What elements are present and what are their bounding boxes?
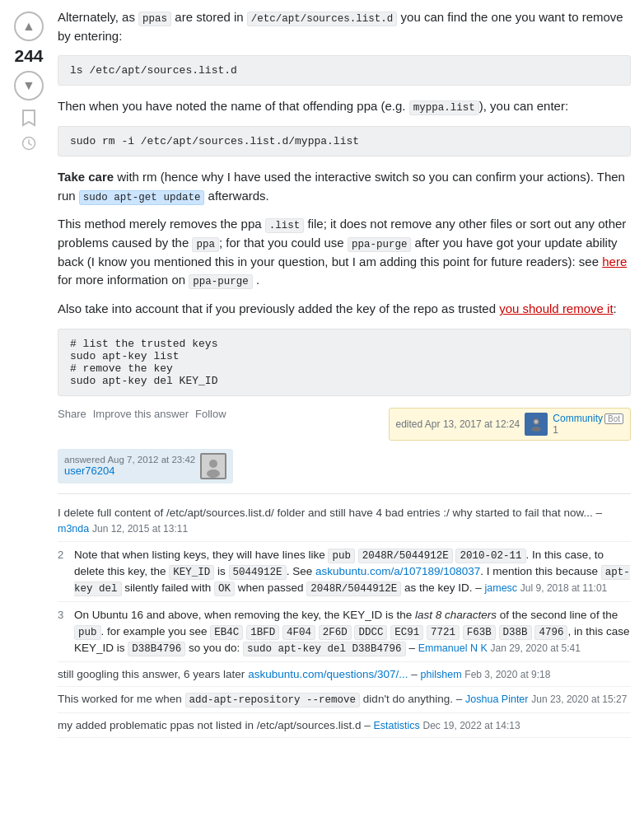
c1-val: 5044912E (229, 565, 287, 580)
comment3-end: – (411, 668, 418, 680)
comment2-user[interactable]: Emmanuel N K (418, 642, 488, 654)
comment4-date: Jun 23, 2020 at 15:27 (531, 694, 627, 705)
comment2-date: Jan 29, 2020 at 5:41 (490, 642, 580, 654)
c1-before: Note that when listing keys, they will h… (74, 549, 328, 561)
para2: Then when you have noted the name of tha… (58, 97, 631, 116)
c1-date: 2010-02-11 (455, 549, 525, 563)
para4-text1: This method merely removes the ppa (58, 217, 265, 231)
edited-label: edited Apr 13, 2017 at 12:24 (396, 418, 520, 430)
c2-mid2: . for example you see (101, 625, 211, 638)
c2-k9: D38B (499, 625, 532, 640)
community-name-text: CommunityBot (553, 413, 623, 424)
footer-links: Share Improve this answer Follow (58, 408, 226, 420)
comment1-text: Note that when listing keys, they will h… (74, 547, 631, 596)
svg-point-2 (531, 427, 541, 432)
answered-info: answered Aug 7, 2012 at 23:42 user76204 (64, 455, 195, 477)
c2-k1: EB4C (210, 625, 243, 640)
para2-text1: Then when you have noted the name of tha… (58, 99, 409, 113)
here-link[interactable]: here (602, 255, 627, 269)
para4-text6: . (253, 273, 259, 287)
user-avatar (200, 453, 226, 479)
comment5-user[interactable]: Estatistics (373, 720, 419, 731)
user-name-link[interactable]: user76204 (64, 465, 195, 477)
comment0-text: I delete full content of /etc/apt/source… (58, 507, 602, 519)
comment5-date: Dec 19, 2022 at 14:13 (423, 720, 520, 731)
comment1-user[interactable]: jamesc (485, 582, 518, 594)
c1-passed: 2048R/5044912E (306, 581, 401, 596)
para4-text3: ; for that you could use (219, 236, 348, 250)
history-icon[interactable] (21, 136, 36, 154)
c2-k5: DDCC (354, 625, 387, 640)
upvote-icon: ▲ (22, 19, 35, 34)
para1: Alternately, as ppas are stored in /etc/… (58, 8, 631, 45)
comment0-date: Jun 12, 2015 at 13:11 (92, 523, 188, 535)
comment4-code: add-apt-repository --remove (185, 693, 361, 708)
improve-link[interactable]: Improve this answer (93, 408, 189, 420)
answer-footer: Share Improve this answer Follow edited … (58, 408, 631, 483)
myppa-code: myppa.list (409, 100, 479, 115)
share-link[interactable]: Share (58, 408, 86, 420)
vote-count: 244 (14, 46, 43, 66)
comment4-user[interactable]: Joshua Pinter (465, 694, 528, 705)
answer-body: Alternately, as ppas are stored in /etc/… (58, 8, 644, 738)
upvote-button[interactable]: ▲ (14, 12, 44, 41)
c2-k7: 7721 (427, 625, 460, 640)
remove-key-link[interactable]: you should remove it (499, 301, 613, 315)
comment-3: still googling this answer, 6 years late… (58, 662, 631, 688)
comment-4: This worked for me when add-apt-reposito… (58, 687, 631, 712)
para1-text2: are stored in (171, 10, 247, 24)
vote-column: ▲ 244 ▼ (0, 8, 58, 738)
c1-mid4: . I mention this because (480, 565, 600, 577)
c2-cmd: sudo apt-key del D38B4796 (243, 642, 406, 656)
comment-2: 3 On Ubuntu 16 and above, when removing … (58, 602, 631, 662)
comment4-mid: didn't do anything. – (360, 693, 462, 705)
c1-mid2: is (214, 565, 228, 577)
c1-mid3: . See (287, 565, 315, 577)
comment3-date: Feb 3, 2020 at 9:18 (464, 669, 550, 680)
comment-1: 2 Note that when listing keys, they will… (58, 542, 631, 602)
comment3-link[interactable]: askubuntu.com/questions/307/... (248, 668, 408, 680)
comment0-user[interactable]: m3nda (58, 523, 89, 535)
bot-badge: Bot (604, 413, 623, 424)
comment1-date: Jul 9, 2018 at 11:01 (520, 582, 607, 594)
c2-k10: 4796 (534, 625, 567, 640)
downvote-button[interactable]: ▼ (14, 71, 44, 100)
para5-text1: Also take into account that if you previ… (58, 301, 499, 315)
comment3-user[interactable]: philshem (421, 669, 462, 680)
user-info: user76204 (64, 465, 195, 477)
code-block-1: ls /etc/apt/sources.list.d (58, 55, 631, 86)
para5-text2: : (614, 301, 617, 315)
list-code: .list (265, 218, 305, 233)
c2-end: – (406, 642, 415, 654)
c1-mid5: silently failed with (122, 581, 215, 594)
ppas-code: ppas (138, 12, 171, 26)
c1-ok: OK (214, 581, 235, 596)
c2-k8: F63B (463, 625, 496, 640)
c1-key: 2048R/5044912E (358, 549, 453, 563)
follow-link[interactable]: Follow (195, 408, 226, 420)
c2-mid: of the second line of the (497, 609, 618, 621)
c1-link[interactable]: askubuntu.com/a/107189/108037 (315, 565, 480, 577)
c1-pub: pub (328, 549, 355, 563)
bookmark-icon[interactable] (21, 109, 36, 131)
c2-k3: 4F04 (282, 625, 315, 640)
c2-k6: EC91 (390, 625, 423, 640)
c2-pub: pub (74, 625, 101, 640)
community-avatar (525, 413, 548, 436)
c1-mid6: when passed (235, 581, 306, 594)
c1-keyid: KEY_ID (169, 565, 214, 580)
para3: Take care with rm (hence why I have used… (58, 168, 631, 205)
code-block-3: # list the trusted keys sudo apt-key lis… (58, 329, 631, 396)
ppa-code: ppa (192, 237, 219, 252)
para4: This method merely removes the ppa .list… (58, 215, 631, 290)
c2-k4: 2F6D (319, 625, 352, 640)
community-info: CommunityBot 1 (553, 413, 623, 436)
ppa-purge-code: ppa-purge (348, 237, 412, 252)
comment2-number: 3 (58, 608, 69, 656)
answered-box: answered Aug 7, 2012 at 23:42 user76204 (58, 449, 233, 483)
edited-box: edited Apr 13, 2017 at 12:24 CommunityBo… (389, 408, 632, 441)
downvote-icon: ▼ (22, 78, 35, 93)
community-link[interactable]: Community (553, 413, 603, 424)
code-block-2: sudo rm -i /etc/apt/sources.list.d/myppa… (58, 126, 631, 156)
para1-text1: Alternately, as (58, 10, 138, 24)
